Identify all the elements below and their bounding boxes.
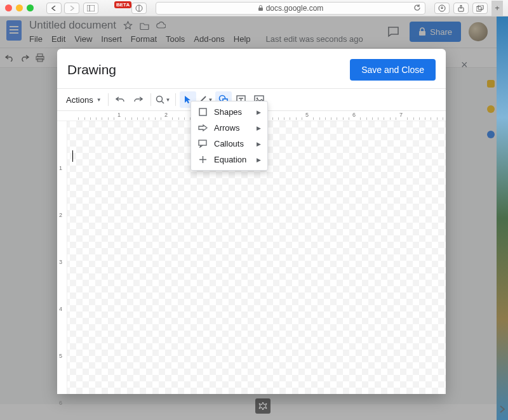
redo-button[interactable] bbox=[130, 91, 147, 108]
svg-rect-6 bbox=[476, 6, 481, 11]
new-tab-button[interactable]: + bbox=[491, 1, 503, 16]
menu-item-label: Arrows bbox=[214, 123, 239, 133]
beta-badge: BETA bbox=[114, 1, 131, 8]
dialog-close-button[interactable]: × bbox=[461, 58, 508, 72]
text-cursor bbox=[72, 150, 73, 162]
dialog-title: Drawing bbox=[67, 62, 116, 77]
equation-icon bbox=[197, 155, 208, 165]
svg-rect-20 bbox=[199, 108, 206, 115]
side-panel-toggle[interactable] bbox=[499, 405, 505, 414]
svg-rect-7 bbox=[478, 5, 483, 10]
menu-item-equation[interactable]: Equation ▶ bbox=[191, 152, 267, 167]
reload-icon[interactable] bbox=[413, 4, 421, 11]
menu-item-callouts[interactable]: Callouts ▶ bbox=[191, 136, 267, 152]
shape-dropdown-menu: Shapes ▶ Arrows ▶ Callouts ▶ Equation ▶ bbox=[190, 101, 268, 171]
chevron-right-icon: ▶ bbox=[257, 141, 261, 147]
lock-icon bbox=[258, 5, 264, 11]
svg-point-19 bbox=[256, 98, 258, 100]
chevron-down-icon: ▼ bbox=[166, 97, 171, 103]
tabs-button[interactable] bbox=[472, 3, 488, 14]
square-icon bbox=[197, 107, 208, 117]
menu-item-label: Callouts bbox=[214, 139, 244, 148]
chevron-right-icon: ▶ bbox=[257, 157, 261, 163]
zoom-button[interactable]: ▼ bbox=[155, 91, 171, 108]
explore-button[interactable] bbox=[255, 398, 271, 414]
svg-rect-0 bbox=[87, 5, 95, 11]
chevron-right-icon: ▶ bbox=[257, 109, 261, 115]
svg-point-12 bbox=[156, 96, 162, 102]
menu-item-label: Equation bbox=[214, 155, 246, 164]
desktop-wallpaper-strip bbox=[497, 16, 508, 420]
menu-item-arrows[interactable]: Arrows ▶ bbox=[191, 120, 267, 136]
toolbar-separator bbox=[150, 93, 151, 106]
svg-rect-3 bbox=[258, 8, 263, 11]
sidebar-toggle-button[interactable] bbox=[83, 3, 98, 14]
save-and-close-button[interactable]: Save and Close bbox=[350, 59, 436, 81]
downloads-button[interactable] bbox=[434, 3, 450, 14]
undo-button[interactable] bbox=[112, 91, 129, 108]
actions-label: Actions bbox=[66, 95, 93, 105]
toolbar-separator bbox=[108, 93, 109, 106]
callout-icon bbox=[197, 139, 208, 149]
nav-forward-button[interactable] bbox=[64, 3, 79, 14]
address-bar[interactable]: docs.google.com bbox=[156, 2, 425, 15]
traffic-light-close[interactable] bbox=[5, 4, 12, 11]
traffic-light-minimize[interactable] bbox=[16, 4, 23, 11]
browser-titlebar: BETA docs.google.com + bbox=[0, 0, 508, 16]
toolbar-separator bbox=[175, 93, 176, 106]
actions-menu-button[interactable]: Actions ▼ bbox=[64, 91, 104, 108]
chevron-right-icon: ▶ bbox=[257, 125, 261, 131]
nav-back-button[interactable] bbox=[46, 3, 62, 14]
address-bar-text: docs.google.com bbox=[266, 4, 324, 13]
vertical-ruler: 123456 bbox=[57, 121, 67, 394]
chevron-down-icon: ▼ bbox=[97, 97, 102, 103]
svg-rect-21 bbox=[199, 140, 206, 145]
arrow-icon bbox=[197, 123, 208, 133]
shield-icon[interactable] bbox=[131, 3, 147, 14]
traffic-light-zoom[interactable] bbox=[27, 4, 34, 11]
menu-item-label: Shapes bbox=[214, 107, 242, 117]
svg-line-13 bbox=[161, 102, 164, 104]
share-browser-button[interactable] bbox=[453, 3, 469, 14]
menu-item-shapes[interactable]: Shapes ▶ bbox=[191, 104, 267, 120]
